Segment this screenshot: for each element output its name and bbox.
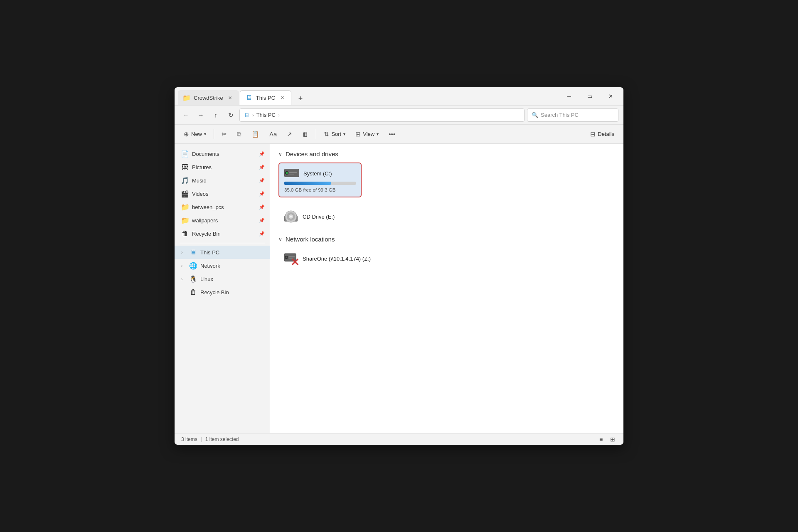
tab-crowdstrike-label: CrowdStrike [194,95,223,101]
sort-label: Sort [331,131,341,137]
sidebar: 📄 Documents 📌 🖼 Pictures 📌 🎵 Music 📌 🎬 V… [175,144,270,433]
forward-button[interactable]: → [195,109,207,121]
sidebar-item-thispc[interactable]: › 🖥 This PC [175,246,270,259]
network-locations-label: Network locations [286,236,335,243]
refresh-button[interactable]: ↻ [224,109,237,121]
sidebar-divider [180,243,265,243]
network-locations-header[interactable]: ∨ Network locations [278,236,615,243]
minimize-button[interactable]: ─ [559,90,579,103]
svg-rect-5 [289,174,294,175]
sidebar-item-recycle-bin-nav[interactable]: › 🗑 Recycle Bin [175,286,270,299]
paste-button[interactable]: 📋 [247,128,264,141]
sidebar-item-pictures[interactable]: 🖼 Pictures 📌 [175,160,270,174]
back-button[interactable]: ← [180,109,192,121]
more-button[interactable]: ••• [384,128,399,141]
tab-bar: 📁 CrowdStrike ✕ 🖥 This PC ✕ + [178,87,556,105]
sidebar-network-label: Network [200,263,220,269]
grid-view-button[interactable]: ⊞ [608,435,617,443]
recycle-bin-pinned-icon: 🗑 [181,230,189,237]
network-section-chevron: ∨ [278,236,282,242]
breadcrumb-bar[interactable]: 🖥 › This PC › [239,108,525,122]
drive-c-top: System (C:) [284,167,356,179]
sidebar-item-between-pcs[interactable]: 📁 between_pcs 📌 [175,200,270,214]
main-area: 📄 Documents 📌 🖼 Pictures 📌 🎵 Music 📌 🎬 V… [175,144,623,433]
sidebar-wallpapers-label: wallpapers [192,217,218,224]
folder-between-pcs-icon: 📁 [181,203,189,211]
selection-info: 1 item selected [205,436,239,442]
svg-point-15 [286,256,288,259]
sidebar-pictures-label: Pictures [192,164,212,170]
new-icon: ⊕ [184,131,189,138]
linux-chevron-icon: › [181,277,186,281]
cut-icon: ✂ [222,131,227,138]
sidebar-item-wallpapers[interactable]: 📁 wallpapers 📌 [175,214,270,227]
monitor-breadcrumb-icon: 🖥 [244,112,250,118]
videos-icon: 🎬 [181,190,189,197]
close-button[interactable]: ✕ [601,90,620,103]
drive-cd-e[interactable]: CD Drive (E:) [278,206,340,227]
up-button[interactable]: ↑ [209,109,222,121]
toolbar-separator-2 [316,129,316,139]
cd-drive-icon [283,209,298,224]
devices-drives-label: Devices and drives [286,150,338,158]
sidebar-item-music[interactable]: 🎵 Music 📌 [175,174,270,187]
new-tab-button[interactable]: + [294,92,307,105]
pin-icon-recycle: 📌 [259,231,265,236]
view-label: View [363,131,374,137]
linux-sidebar-icon: 🐧 [190,275,197,283]
network-drive-shareone[interactable]: ShareOne (\\10.1.4.174) (Z:) [278,248,376,269]
drive-c-name: System (C:) [303,170,332,177]
sidebar-recycle-bin-pinned-label: Recycle Bin [192,231,221,237]
sidebar-videos-label: Videos [192,191,209,197]
statusbar-right: ≡ ⊞ [597,435,617,443]
new-button[interactable]: ⊕ New ▾ [180,128,210,141]
sort-button[interactable]: ⇅ Sort ▾ [320,128,350,141]
network-drive-shareone-icon [283,251,298,266]
sidebar-item-linux[interactable]: › 🐧 Linux [175,272,270,286]
details-button[interactable]: ⊟ Details [586,128,618,141]
thispc-chevron-icon: › [181,250,186,255]
tab-thispc-close[interactable]: ✕ [278,94,286,101]
maximize-button[interactable]: ▭ [580,90,599,103]
search-bar[interactable]: 🔍 Search This PC [527,108,618,122]
tab-crowdstrike-close[interactable]: ✕ [227,94,234,101]
drive-c-bar-fill [284,182,331,185]
cut-button[interactable]: ✂ [217,128,231,141]
folder-wallpapers-icon: 📁 [181,217,189,224]
rename-icon: Aa [269,131,277,138]
tab-crowdstrike[interactable]: 📁 CrowdStrike ✕ [178,90,239,105]
new-chevron-icon: ▾ [204,132,206,136]
view-button[interactable]: ⊞ View ▾ [351,128,383,141]
delete-button[interactable]: 🗑 [298,128,313,141]
sidebar-item-documents[interactable]: 📄 Documents 📌 [175,147,270,160]
content-area: ∨ Devices and drives [270,144,623,433]
pin-icon-documents: 📌 [259,151,265,157]
drive-cd-name: CD Drive (E:) [303,214,335,220]
monitor-tab-icon: 🖥 [245,94,253,101]
pin-icon-pictures: 📌 [259,165,265,170]
sidebar-item-recycle-bin-pinned[interactable]: 🗑 Recycle Bin 📌 [175,227,270,240]
copy-button[interactable]: ⧉ [233,128,246,141]
tab-thispc[interactable]: 🖥 This PC ✕ [240,90,291,105]
sidebar-item-videos[interactable]: 🎬 Videos 📌 [175,187,270,200]
share-button[interactable]: ↗ [283,128,296,141]
svg-rect-16 [289,256,295,258]
pictures-icon: 🖼 [181,163,189,171]
list-view-button[interactable]: ≡ [597,435,605,443]
rename-button[interactable]: Aa [265,128,281,141]
new-label: New [191,131,202,137]
sort-icon: ⇅ [324,131,329,138]
more-icon: ••• [389,131,395,138]
drive-c-space: 35.0 GB free of 99.3 GB [284,187,356,192]
pin-icon-wallpapers: 📌 [259,218,265,223]
devices-drives-header[interactable]: ∨ Devices and drives [278,150,615,158]
statusbar-separator: | [201,436,202,442]
pin-icon-music: 📌 [259,178,265,183]
pin-icon-between-pcs: 📌 [259,204,265,210]
paste-icon: 📋 [251,131,259,138]
drive-system-c[interactable]: System (C:) 35.0 GB free of 99.3 GB [278,163,362,197]
thispc-sidebar-icon: 🖥 [190,249,197,256]
breadcrumb-this-pc[interactable]: This PC [256,112,276,118]
sidebar-item-network[interactable]: › 🌐 Network [175,259,270,272]
toolbar: ⊕ New ▾ ✂ ⧉ 📋 Aa ↗ 🗑 ⇅ Sort ▾ ⊞ [175,125,623,144]
